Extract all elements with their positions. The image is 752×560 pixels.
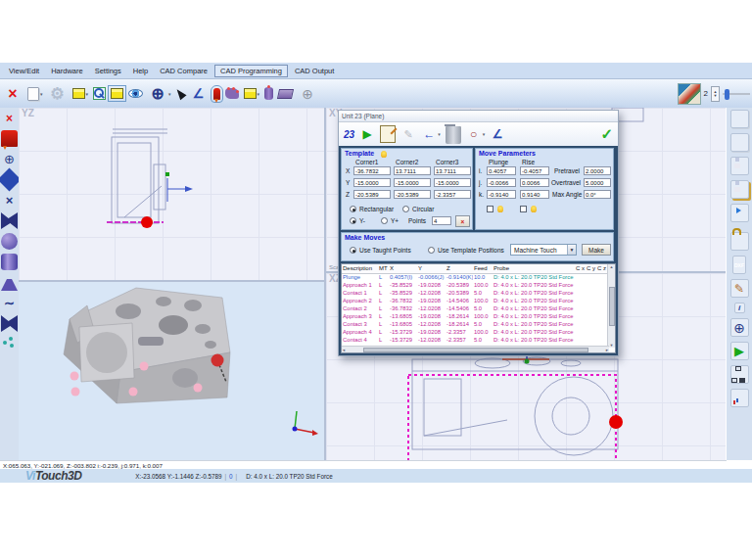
move-row-contact-4[interactable]: Contact 4L-15.3729-12.0208-2.33575.0D: 4… [342, 336, 615, 344]
speed-slider-thumb[interactable] [725, 89, 729, 100]
move-row-contact-2[interactable]: Contact 2L-36.7832-12.0208-14.54065.0D: … [342, 304, 615, 312]
menu-view-edit[interactable]: View/Edit [4, 66, 44, 76]
use-taught-points-radio[interactable] [350, 247, 356, 254]
y-plus-radio[interactable] [381, 217, 388, 224]
k-plunge-input[interactable] [487, 190, 516, 199]
curve-feature-icon[interactable]: ∼ [1, 295, 18, 311]
cad-solid-icon[interactable] [244, 88, 257, 99]
max-angle-input[interactable] [584, 190, 611, 199]
use-template-positions-radio[interactable] [428, 247, 435, 254]
template-z-corner1[interactable] [353, 190, 391, 199]
probe-feature-icon[interactable] [1, 130, 18, 147]
menu-settings[interactable]: Settings [90, 66, 126, 76]
menu-cad-programming[interactable]: CAD Programming [214, 65, 288, 77]
circle-mode-icon[interactable]: ○ [466, 125, 482, 143]
template-y-corner2[interactable] [394, 178, 431, 187]
move-row-approach-3[interactable]: Approach 3L-13.6805-19.0208-18.2614100.0… [342, 312, 615, 320]
move-row-approach-4[interactable]: Approach 4L-15.3729-19.0208-2.3357100.0D… [342, 328, 615, 336]
accept-button[interactable]: ✓ [600, 125, 613, 143]
new-part-icon[interactable] [27, 87, 39, 101]
cone-feature-icon[interactable] [1, 274, 18, 291]
move-row-approach-2[interactable]: Approach 2L-36.7832-19.0208-14.5406100.0… [342, 297, 615, 304]
vector-mode-icon[interactable]: ∠ [490, 125, 505, 143]
open-file-icon[interactable] [730, 133, 749, 152]
cad-solid-icon-dropdown[interactable]: ▾ [258, 91, 260, 97]
menu-cad-output[interactable]: CAD Output [290, 66, 339, 76]
template-y-corner1[interactable] [353, 178, 391, 187]
probe-count-spinner[interactable]: ▲▼ [711, 86, 720, 102]
touch-probe-icon[interactable] [213, 88, 220, 100]
shaded-view-icon[interactable] [111, 88, 123, 99]
view-cube-icon-dropdown[interactable]: ▾ [86, 91, 89, 97]
template-x-corner3[interactable] [434, 166, 471, 175]
dxf-export-icon[interactable]: DXF [732, 256, 746, 274]
make-button[interactable]: Make [582, 244, 611, 256]
speed-slider[interactable] [723, 93, 750, 95]
save-icon[interactable] [730, 157, 749, 175]
menu-help[interactable]: Help [128, 66, 153, 76]
flowchart-icon[interactable] [730, 365, 749, 384]
unit-dialog-titlebar[interactable]: Unit 23 (Plane) [339, 111, 618, 122]
i-plunge-input[interactable] [487, 166, 516, 175]
menu-hardware[interactable]: Hardware [46, 66, 88, 76]
viewport-3d[interactable] [19, 282, 324, 460]
close-rail-icon[interactable]: × [1, 110, 18, 126]
move-row-contact-1[interactable]: Contact 1L-35.8529-12.0208-20.53895.0D: … [342, 289, 615, 297]
cylinder-probe-icon[interactable] [264, 87, 273, 100]
report-edit-icon[interactable]: ✎ [730, 279, 749, 298]
view-cube-icon[interactable] [72, 88, 85, 99]
settings-gear-icon[interactable]: ⚙ [48, 83, 68, 105]
viewport-yz[interactable]: YZ [19, 108, 324, 280]
template-x-corner1[interactable] [353, 166, 391, 175]
probe-part-icon[interactable] [225, 88, 239, 99]
select-cursor-icon[interactable] [173, 87, 186, 101]
circular-radio[interactable] [402, 206, 409, 212]
template-z-corner2[interactable] [394, 190, 431, 199]
plane3-feature-icon[interactable] [1, 315, 18, 332]
machine-view-icon[interactable] [277, 89, 294, 99]
move-mode-dropdown-icon[interactable]: ▼ [567, 245, 576, 255]
plane-feature-icon[interactable] [1, 212, 18, 229]
lock-icon[interactable] [730, 232, 749, 251]
circle-feature-icon[interactable]: ⊕ [1, 151, 18, 167]
edit-pencil-icon[interactable]: ✎ [400, 125, 416, 143]
save-as-icon[interactable] [730, 180, 749, 199]
report-view-icon[interactable] [730, 389, 749, 407]
move-row-plunge[interactable]: PlungeL0.4057(I)-0.0066(J)-0.9140(K)10.0… [342, 273, 615, 281]
overtravel-input[interactable] [584, 178, 611, 187]
y-minus-radio[interactable] [350, 217, 356, 224]
template-z-corner3[interactable] [434, 190, 471, 199]
delete-unit-icon[interactable]: × [3, 83, 23, 105]
template-x-corner2[interactable] [394, 166, 431, 175]
viewport-splitter-vertical[interactable] [324, 108, 326, 460]
point-feature-icon[interactable]: × [1, 192, 18, 209]
viewport-splitter-left[interactable] [19, 280, 324, 282]
move-mode-select[interactable]: Machine Touch ▼ [510, 244, 577, 256]
visibility-eye-icon[interactable] [128, 89, 143, 98]
new-file-icon[interactable] [730, 110, 749, 128]
move-row-contact-3[interactable]: Contact 3L-13.6805-12.0208-18.26145.0D: … [342, 320, 615, 328]
run-unit-icon[interactable]: ▶ [359, 125, 375, 143]
datum-target-icon[interactable]: ⊕ [148, 83, 167, 105]
template-y-corner3[interactable] [434, 178, 471, 187]
rise-option-checkbox[interactable] [520, 206, 527, 212]
rectangular-radio[interactable] [350, 206, 356, 212]
menu-cad-compare[interactable]: CAD Compare [155, 66, 212, 76]
j-rise-input[interactable] [520, 178, 549, 187]
new-part-icon-dropdown[interactable]: ▾ [40, 91, 43, 97]
sync-icon[interactable] [730, 204, 749, 222]
pretravel-input[interactable] [584, 166, 611, 175]
plunge-option-checkbox[interactable] [487, 206, 494, 212]
cylinder-feature-icon[interactable] [1, 254, 18, 270]
undo-move-icon[interactable]: ← [421, 125, 437, 143]
probe-photo-button[interactable] [678, 83, 701, 105]
info-icon[interactable]: i [734, 303, 745, 313]
moves-table-hscrollbar[interactable]: ◄► [342, 346, 609, 352]
k-rise-input[interactable] [520, 190, 549, 199]
sphere-feature-icon[interactable] [1, 233, 18, 250]
run-program-icon[interactable]: ▶ [730, 342, 749, 360]
delete-moves-icon[interactable] [446, 126, 461, 144]
vector-angle-icon[interactable]: ∠ [189, 83, 209, 105]
moves-table-vscrollbar[interactable]: ▲▼ [607, 264, 615, 348]
datum-target-icon-dropdown[interactable]: ▾ [168, 91, 171, 97]
